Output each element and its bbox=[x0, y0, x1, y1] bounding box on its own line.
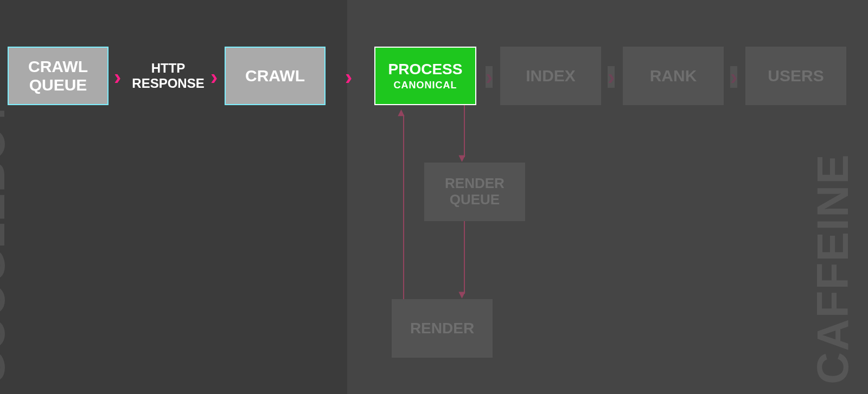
node-http-response: HTTPRESPONSE bbox=[125, 47, 212, 105]
arrow-down-icon: ▾ bbox=[459, 288, 465, 300]
node-render-queue: RENDERQUEUE bbox=[424, 163, 525, 221]
arrow-icon: › bbox=[608, 66, 615, 88]
node-process: PROCESS CANONICAL bbox=[374, 47, 476, 105]
arrow-icon: › bbox=[486, 66, 493, 88]
region-label-googlebot: GOOGLEBOT bbox=[0, 100, 11, 384]
arrow-icon: › bbox=[210, 66, 218, 88]
arrow-icon: › bbox=[730, 66, 737, 88]
node-process-label: PROCESS bbox=[388, 61, 463, 78]
node-index: INDEX bbox=[500, 47, 601, 105]
node-users-label: USERS bbox=[768, 67, 824, 86]
arrow-icon: › bbox=[345, 66, 352, 88]
node-http-response-label: HTTPRESPONSE bbox=[132, 61, 204, 91]
node-crawl-queue-label: CRAWLQUEUE bbox=[28, 57, 88, 95]
node-users: USERS bbox=[745, 47, 846, 105]
arrow-down-icon: ▾ bbox=[459, 152, 465, 164]
node-render: RENDER bbox=[392, 299, 493, 358]
diagram-stage: GOOGLEBOT CAFFEINE CRAWLQUEUE › HTTPRESP… bbox=[0, 0, 868, 394]
node-crawl: CRAWL bbox=[225, 47, 326, 105]
node-crawl-queue: CRAWLQUEUE bbox=[8, 47, 108, 105]
node-index-label: INDEX bbox=[526, 67, 576, 86]
arrow-up-icon: ▴ bbox=[398, 106, 404, 118]
node-crawl-label: CRAWL bbox=[245, 67, 305, 86]
arrow-icon: › bbox=[114, 66, 121, 88]
node-render-queue-label: RENDERQUEUE bbox=[445, 176, 505, 208]
node-rank-label: RANK bbox=[650, 67, 697, 86]
region-label-caffeine: CAFFEINE bbox=[810, 153, 855, 384]
node-render-label: RENDER bbox=[410, 320, 474, 337]
node-rank: RANK bbox=[623, 47, 724, 105]
node-process-sublabel: CANONICAL bbox=[394, 80, 457, 91]
